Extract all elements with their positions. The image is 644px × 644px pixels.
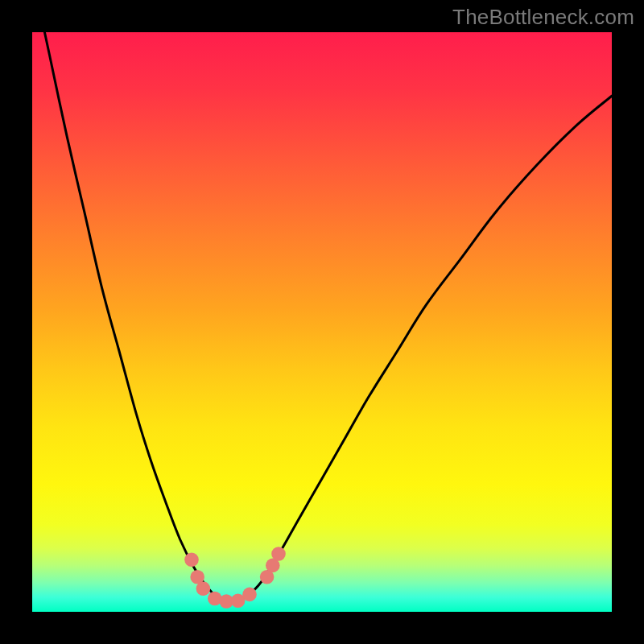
- watermark-text: TheBottleneck.com: [452, 5, 634, 30]
- chart-frame: TheBottleneck.com: [0, 0, 644, 644]
- data-marker: [242, 588, 257, 602]
- data-marker: [271, 547, 286, 561]
- data-marker: [196, 581, 211, 596]
- data-marker: [184, 552, 199, 567]
- bottleneck-curve: [32, 32, 612, 612]
- plot-area: [32, 32, 612, 612]
